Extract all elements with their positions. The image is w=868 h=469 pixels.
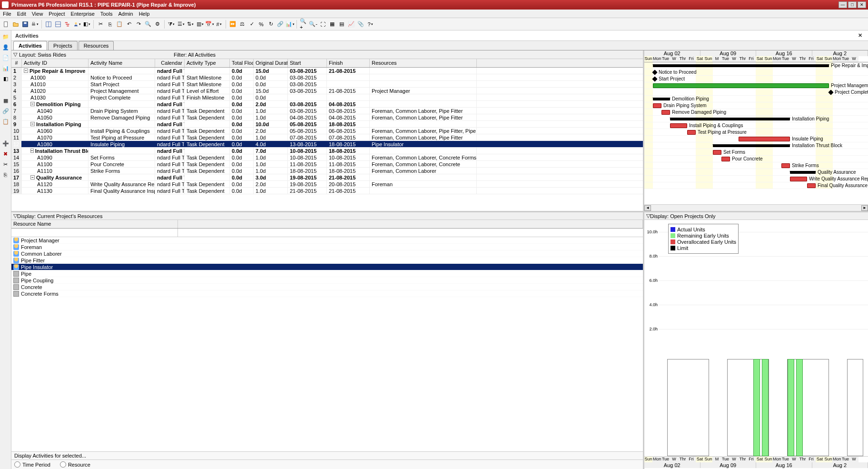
gantt-bar[interactable] [670, 118, 790, 120]
table-row[interactable]: 1−Pipe Repair & Improvendard Full Time0.… [11, 68, 643, 74]
attachments-icon[interactable]: 📎 [356, 20, 365, 29]
grid-icon[interactable] [54, 20, 62, 29]
gantt-icon[interactable] [63, 20, 72, 29]
filter-bar[interactable]: Filter: All Activities [172, 50, 643, 59]
menu-file[interactable]: File [3, 11, 11, 17]
timescale-icon[interactable]: 📅 [205, 20, 214, 29]
gantt-bar[interactable] [713, 144, 790, 147]
sidebar-copy-icon[interactable]: ⎘ [1, 170, 10, 179]
gantt-bar[interactable] [713, 150, 721, 155]
col-resources[interactable]: Resources [370, 59, 477, 67]
gantt-scrollbar[interactable]: ◄ ► [644, 204, 868, 211]
help-icon[interactable]: ? [366, 20, 375, 29]
table-row[interactable]: 18A1120Write Quality Assurance Reportnda… [11, 181, 643, 188]
resource-row[interactable]: Pipe Coupling [11, 277, 643, 284]
grid-body[interactable]: 1−Pipe Repair & Improvendard Full Time0.… [11, 68, 643, 194]
reports-icon[interactable]: 📊 [286, 20, 294, 29]
col-activity-type[interactable]: Activity Type [185, 59, 230, 67]
resource-row[interactable]: Pipe Insulator [11, 264, 643, 270]
col-original-duration[interactable]: Original Duration [254, 59, 288, 67]
gantt-row[interactable]: Final Quality Assurance I [644, 182, 868, 189]
minimize-button[interactable]: — [838, 1, 847, 8]
progress-icon[interactable]: % [257, 20, 266, 29]
resource-list[interactable]: Project ManagerForemanCommon LaborerPipe… [11, 237, 643, 451]
gantt-row[interactable]: Remove Damaged Piping [644, 109, 868, 116]
col-finish[interactable]: Finish [327, 59, 370, 67]
table-row[interactable]: 13−Installation Thrust Blockndard Full T… [11, 148, 643, 154]
gantt-bar[interactable] [721, 157, 730, 161]
table-row[interactable]: 11A1070Test Piping at Pressurendard Full… [11, 134, 643, 141]
menu-admin[interactable]: Admin [118, 11, 133, 17]
expand-icon[interactable]: ▦ [328, 20, 336, 29]
resource-row[interactable]: Project Manager [11, 237, 643, 244]
menu-project[interactable]: Project [49, 11, 65, 17]
gantt-bar[interactable] [661, 110, 670, 115]
table-row[interactable]: 5A1030Project Completendard Full TimeFin… [11, 94, 643, 101]
new-icon[interactable] [2, 20, 10, 29]
progress-line-icon[interactable]: 📈 [347, 20, 355, 29]
tab-resources[interactable]: Resources [79, 41, 114, 50]
gantt-bar[interactable] [652, 70, 657, 75]
replace-icon[interactable]: ⚙ [153, 20, 162, 29]
gantt-bar[interactable] [653, 64, 829, 67]
find-icon[interactable]: 🔍 [144, 20, 152, 29]
group-icon[interactable]: ☰ [177, 20, 185, 29]
gantt-row[interactable]: Drain Piping System [644, 102, 868, 109]
sidebar-resources-icon[interactable]: 👤 [1, 43, 10, 51]
gantt-row[interactable]: Start Project [644, 76, 868, 82]
table-row[interactable]: 4A1020Project Managementndard Full TimeL… [11, 88, 643, 94]
gantt-row[interactable]: Installation Piping [644, 116, 868, 122]
resource-row[interactable]: Pipe [11, 270, 643, 277]
gantt-row[interactable]: Test Piping at Pressure [644, 129, 868, 136]
link-icon[interactable]: 🔗 [276, 20, 285, 29]
resource-row[interactable]: Foreman [11, 244, 643, 250]
filter-icon[interactable]: ⧩ [167, 20, 176, 29]
gantt-bar[interactable] [687, 130, 696, 135]
recalc-icon[interactable]: ↻ [266, 20, 275, 29]
table-row[interactable]: 8A1050Remove Damaged Pipingndard Full Ti… [11, 114, 643, 121]
usage-panel-header[interactable]: ▽ Display: Open Projects Only [644, 212, 868, 220]
gantt-row[interactable]: Demolition Piping [644, 96, 868, 102]
col-activity-name[interactable]: Activity Name [89, 59, 155, 67]
redo-icon[interactable]: ↷ [134, 20, 143, 29]
table-row[interactable]: 9−Installation Pipingndard Full Time0.0d… [11, 121, 643, 128]
sidebar-wps-icon[interactable]: 📋 [1, 117, 10, 126]
schedule-icon[interactable]: ⏩ [228, 20, 237, 29]
gantt-row[interactable]: Pour Concrete [644, 156, 868, 162]
gantt-bar[interactable] [790, 177, 807, 181]
section-close-icon[interactable]: ✕ [856, 32, 864, 39]
gantt-row[interactable]: Installation Thrust Block [644, 142, 868, 149]
table-row[interactable]: 12A1080Insulate Pipingndard Full TimeTas… [11, 141, 643, 148]
gantt-row[interactable]: Project Management [644, 82, 868, 89]
zoom-fit-icon[interactable]: ⛶ [318, 20, 327, 29]
gantt-row[interactable]: Set Forms [644, 149, 868, 156]
sidebar-projects-icon[interactable]: 📁 [1, 32, 10, 41]
menu-enterprise[interactable]: Enterprise [71, 11, 95, 17]
gantt-row[interactable]: Install Piping & Couplings [644, 122, 868, 129]
gantt-row[interactable]: Notice to Proceed [644, 69, 868, 76]
layout-icon[interactable] [44, 20, 53, 29]
resource-row[interactable]: Concrete Forms [11, 290, 643, 297]
tab-projects[interactable]: Projects [48, 41, 78, 50]
scroll-right-icon[interactable]: ► [861, 205, 868, 211]
gantt-row[interactable]: Insulate Piping [644, 136, 868, 142]
table-row[interactable]: 19A1130Final Quality Assurance Inspectio… [11, 188, 643, 194]
table-row[interactable]: 15A1100Pour Concretendard Full TimeTask … [11, 161, 643, 168]
close-button[interactable]: ✕ [858, 1, 866, 8]
col-num[interactable]: # [11, 59, 22, 67]
cut-icon[interactable]: ✂ [96, 20, 105, 29]
table-row[interactable]: 3A1010Start Projectndard Full TimeStart … [11, 81, 643, 88]
sidebar-tracking-icon[interactable]: 📊 [1, 64, 10, 72]
sidebar-activities-icon[interactable]: ▦ [1, 96, 10, 105]
sidebar-assign-icon[interactable]: 🔗 [1, 107, 10, 115]
sidebar-delete-icon[interactable]: ✖ [1, 150, 10, 158]
table-row[interactable]: 14A1090Set Formsndard Full TimeTask Depe… [11, 154, 643, 161]
gantt-row[interactable]: Project Complete [644, 89, 868, 96]
gantt-bar[interactable] [653, 98, 670, 100]
menu-edit[interactable]: Edit [17, 11, 26, 17]
expand-icon[interactable]: − [30, 149, 34, 153]
col-total-float[interactable]: Total Float [230, 59, 254, 67]
gantt-bar[interactable] [653, 83, 829, 88]
sort-icon[interactable]: ⇅ [186, 20, 195, 29]
tab-activities[interactable]: Activities [13, 41, 47, 50]
